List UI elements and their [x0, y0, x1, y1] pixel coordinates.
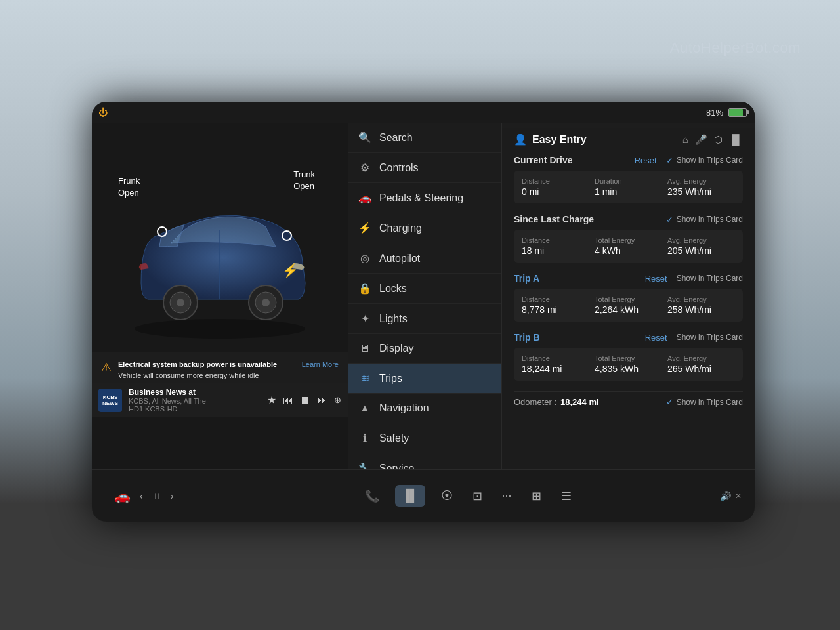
car-diagram: ⚡: [108, 178, 331, 348]
taskbar-left: 🚗 ‹ ⏸ ›: [105, 486, 361, 507]
menu-label-search: Search: [379, 132, 413, 144]
menu-icon-locks: 🔒: [358, 282, 371, 295]
svg-point-3: [177, 299, 184, 306]
person-icon: 👤: [514, 133, 527, 146]
sidebar-item-lights[interactable]: ✦ Lights: [348, 304, 501, 334]
taskbar-bluetooth-icon[interactable]: ☰: [557, 485, 576, 507]
sidebar-item-service[interactable]: 🔧 Service: [348, 453, 501, 469]
menu-icon-safety: ℹ: [358, 432, 371, 444]
left-car-panel: ⚡ Frunk Open Trunk Open ⚠ Electrical sys…: [92, 123, 348, 469]
current-drive-section: Current Drive Reset ✓ Show in Trips Card…: [514, 155, 743, 203]
trip-a-distance: Distance 8,778 mi: [522, 295, 589, 315]
volume-icon[interactable]: 🔊: [720, 491, 731, 501]
since-last-charge-controls: ✓ Show in Trips Card: [666, 215, 743, 224]
current-drive-checkbox[interactable]: ✓: [666, 156, 673, 165]
media-controls: ★ ⏮ ⏹ ⏭ ⊕: [267, 394, 341, 406]
volume-mute-icon[interactable]: ✕: [735, 492, 742, 501]
prev-track-button[interactable]: ⏮: [283, 394, 293, 406]
menu-label-lights: Lights: [379, 313, 408, 325]
menu-label-navigation: Navigation: [379, 402, 429, 414]
learn-more-button[interactable]: Learn More: [302, 360, 339, 368]
menu-label-safety: Safety: [379, 432, 409, 444]
odometer-checkbox[interactable]: ✓: [666, 397, 673, 407]
warning-icon: ⚠: [101, 360, 112, 375]
sidebar-item-navigation[interactable]: ▲ Navigation: [348, 394, 501, 423]
menu-label-autopilot: Autopilot: [379, 253, 420, 264]
stop-button[interactable]: ⏹: [300, 394, 310, 406]
taskbar-phone-icon[interactable]: 📞: [361, 485, 383, 507]
current-drive-show-label: Show in Trips Card: [677, 156, 743, 165]
menu-label-locks: Locks: [379, 283, 407, 295]
taskbar-next-icon[interactable]: ›: [168, 488, 177, 504]
taskbar-eq-icon[interactable]: ▐▌: [395, 485, 425, 507]
taskbar-more-icon[interactable]: ···: [498, 485, 516, 507]
menu-label-pedals: Pedals & Steering: [379, 192, 463, 204]
menu-panel: 🔍 Search ⚙ Controls 🚗 Pedals & Steering …: [348, 123, 502, 469]
trip-a-show-trips: Show in Trips Card: [677, 274, 743, 283]
since-last-charge-data: Distance 18 mi Total Energy 4 kWh Avg. E…: [514, 230, 743, 262]
sidebar-item-display[interactable]: 🖥 Display: [348, 334, 501, 364]
svg-text:⚡: ⚡: [282, 262, 299, 278]
current-drive-data: Distance 0 mi Duration 1 min Avg. Energy…: [514, 171, 743, 203]
since-last-charge-checkbox[interactable]: ✓: [666, 215, 673, 224]
sidebar-item-charging[interactable]: ⚡ Charging: [348, 213, 501, 243]
favorite-button[interactable]: ★: [267, 394, 276, 406]
menu-icon-controls: ⚙: [358, 161, 371, 174]
trip-a-reset[interactable]: Reset: [645, 274, 667, 284]
menu-label-service: Service: [379, 463, 414, 470]
trip-b-show-label: Show in Trips Card: [677, 333, 743, 342]
sidebar-item-controls[interactable]: ⚙ Controls: [348, 153, 501, 183]
taskbar-media-center: ⏸: [150, 488, 164, 504]
since-last-charge-title: Since Last Charge: [514, 214, 594, 224]
trunk-label: Trunk Open: [293, 169, 315, 192]
menu-label-charging: Charging: [379, 222, 422, 234]
battery-percentage: 81%: [706, 108, 723, 117]
warning-subtitle: Vehicle will consume more energy while i…: [118, 370, 295, 381]
trip-b-reset[interactable]: Reset: [645, 333, 667, 343]
trip-a-total-energy: Total Energy 2,264 kWh: [595, 295, 662, 315]
status-bar-right: 81%: [706, 108, 747, 117]
menu-icon-lights: ✦: [358, 312, 371, 325]
trip-a-avg-energy: Avg. Energy 258 Wh/mi: [667, 295, 735, 315]
bt-action-icon[interactable]: ⬡: [714, 134, 723, 146]
menu-icon-charging: ⚡: [358, 222, 371, 234]
taskbar-car-icon[interactable]: 🚗: [112, 486, 133, 507]
taskbar-apps-icon[interactable]: ⊞: [528, 485, 545, 507]
taskbar-prev-icon[interactable]: ‹: [137, 488, 146, 504]
taskbar-right: 📞 ▐▌ ⦿ ⊡ ··· ⊞ ☰ 🔊 ✕: [361, 485, 742, 507]
mic-action-icon[interactable]: 🎤: [695, 134, 707, 146]
svg-point-0: [135, 319, 305, 339]
sidebar-item-safety[interactable]: ℹ Safety: [348, 423, 501, 453]
trip-a-data: Distance 8,778 mi Total Energy 2,264 kWh…: [514, 289, 743, 322]
since-last-charge-header: Since Last Charge ✓ Show in Trips Card: [514, 214, 743, 224]
odometer-label-group: Odometer : 18,244 mi: [514, 397, 599, 407]
since-last-charge-show-trips: ✓ Show in Trips Card: [666, 215, 743, 224]
sidebar-item-search[interactable]: 🔍 Search: [348, 123, 501, 153]
radio-logo: KCBS NEWS: [98, 388, 122, 412]
content-header: 👤 Easy Entry ⌂ 🎤 ⬡ ▐▌: [514, 133, 743, 146]
taskbar-grid-icon[interactable]: ⊡: [469, 485, 486, 507]
taskbar-camera-icon[interactable]: ⦿: [437, 485, 457, 507]
menu-label-controls: Controls: [379, 162, 419, 174]
current-drive-avg-energy: Avg. Energy 235 Wh/mi: [667, 177, 735, 197]
trip-b-avg-energy: Avg. Energy 265 Wh/mi: [667, 354, 735, 374]
power-icon[interactable]: ⏻: [97, 106, 109, 118]
radio-logo-line1: KCBS: [103, 394, 118, 400]
next-track-button[interactable]: ⏭: [317, 394, 327, 406]
trip-a-title: Trip A: [514, 273, 539, 284]
battery-fill: [729, 109, 743, 116]
sidebar-item-pedals[interactable]: 🚗 Pedals & Steering: [348, 183, 501, 213]
content-title: 👤 Easy Entry: [514, 133, 587, 146]
current-drive-header: Current Drive Reset ✓ Show in Trips Card: [514, 155, 743, 165]
sidebar-item-trips[interactable]: ≋ Trips: [348, 364, 501, 394]
trip-b-section: Trip B Reset Show in Trips Card Distance…: [514, 332, 743, 381]
trip-b-header: Trip B Reset Show in Trips Card: [514, 332, 743, 343]
cast-button[interactable]: ⊕: [334, 395, 341, 405]
current-drive-reset[interactable]: Reset: [635, 156, 657, 165]
menu-icon-trips: ≋: [358, 372, 371, 385]
taskbar: 🚗 ‹ ⏸ › 📞 ▐▌ ⦿ ⊡ ··· ⊞ ☰ 🔊 ✕: [92, 469, 755, 522]
home-action-icon[interactable]: ⌂: [682, 134, 688, 145]
warning-title: Electrical system backup power is unavai…: [118, 359, 295, 370]
sidebar-item-locks[interactable]: 🔒 Locks: [348, 274, 501, 304]
sidebar-item-autopilot[interactable]: ◎ Autopilot: [348, 243, 501, 274]
